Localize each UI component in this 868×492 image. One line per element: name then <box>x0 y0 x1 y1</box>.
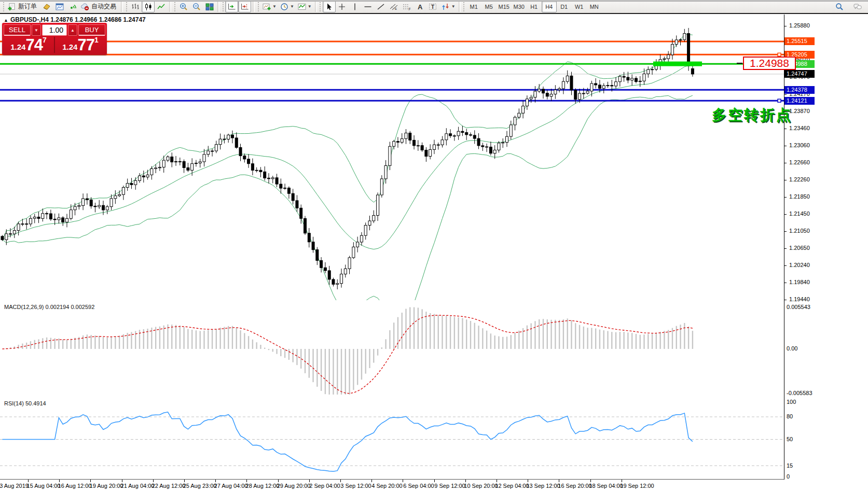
price-axis-tick-mark <box>784 231 787 232</box>
toolbar-grip[interactable] <box>463 2 465 12</box>
indicators-button[interactable]: ▼ <box>260 1 278 12</box>
one-click-trading-panel: SELL ▼ 1.00 ▲ BUY 1.24747 1.24771 <box>2 23 107 55</box>
timeframe-M5[interactable]: M5 <box>481 1 497 12</box>
text-t-icon: T <box>428 3 437 11</box>
toolbar-grip[interactable] <box>125 2 128 12</box>
macd-axis-label: -0.005583 <box>787 390 812 396</box>
toolbar-grip[interactable] <box>222 2 224 12</box>
time-axis-tick-mark <box>309 480 310 482</box>
autotrading-button[interactable]: 自动交易 <box>79 1 119 12</box>
time-axis-tick-mark <box>153 480 154 482</box>
dropdown-arrow-icon: ▼ <box>308 4 312 9</box>
volume-down-button[interactable]: ▼ <box>32 24 41 36</box>
main-chart-canvas[interactable] <box>0 15 784 300</box>
chat-icon <box>853 3 862 11</box>
macd-indicator-label: MACD(12,26,9) 0.002194 0.002592 <box>4 304 94 310</box>
timeframe-M15[interactable]: M15 <box>497 1 512 12</box>
zoom-out-icon <box>192 3 201 11</box>
time-axis-label: 16 Sep 20:00 <box>558 483 591 489</box>
eraser-button[interactable] <box>40 1 53 12</box>
toolbar-separator <box>121 1 123 12</box>
zoom-in-button[interactable] <box>177 1 190 12</box>
new-order-button[interactable]: 新订单 <box>6 1 40 12</box>
text-button[interactable]: A <box>414 1 426 12</box>
buy-price[interactable]: 1.24771 <box>56 37 105 53</box>
data-window-button[interactable] <box>53 1 66 12</box>
buy-button[interactable]: BUY <box>78 24 105 36</box>
price-axis-tick-label: 1.21850 <box>789 193 810 200</box>
zoom-out-button[interactable] <box>190 1 203 12</box>
time-axis-tick-mark <box>497 480 497 482</box>
toolbar-grip[interactable] <box>2 2 5 12</box>
price-axis-tick-label: 1.19840 <box>789 279 810 285</box>
macd-axis-label: 0.00 <box>787 345 797 352</box>
label-button[interactable]: T <box>426 1 439 12</box>
sell-button[interactable]: SELL <box>4 24 31 36</box>
collapse-arrow-icon[interactable]: ▲ <box>4 18 8 23</box>
price-axis-tick-mark <box>784 163 787 163</box>
tile-windows-button[interactable] <box>203 1 216 12</box>
timeframe-W1[interactable]: W1 <box>572 1 587 12</box>
price-annotation-box[interactable]: 1.24988 <box>743 57 796 70</box>
rsi-indicator-label: RSI(14) 50.4914 <box>4 400 46 406</box>
rsi-axis-label: 15 <box>787 462 793 469</box>
cursor-button[interactable] <box>323 1 336 12</box>
timeframe-MN[interactable]: MN <box>587 1 602 12</box>
crosshair-button[interactable] <box>336 1 349 12</box>
macd-pane-canvas[interactable] <box>0 302 784 397</box>
time-axis-label: 10 Sep 20:00 <box>464 483 498 489</box>
search-button[interactable] <box>833 1 846 12</box>
vertical-line-button[interactable] <box>349 1 362 12</box>
pane-separator[interactable] <box>0 0 868 2</box>
candles-icon <box>144 3 153 11</box>
time-axis-label: 28 Aug 12:00 <box>246 483 280 489</box>
crosshair-icon <box>337 3 347 11</box>
toolbar-grip[interactable] <box>173 2 176 12</box>
chart-title: ▲GBPUSD-,H4 1.24876 1.24966 1.24686 1.24… <box>4 16 146 23</box>
rsi-pane-canvas[interactable] <box>0 399 784 479</box>
support-line-upper-price-tag: 1.24378 <box>784 86 815 94</box>
chart-shift-button[interactable] <box>238 1 251 12</box>
line-chart-button[interactable] <box>155 1 168 12</box>
price-axis-tick-mark <box>784 265 787 266</box>
price-axis-tick-label: 1.22260 <box>789 176 810 182</box>
timeframe-M1[interactable]: M1 <box>466 1 481 12</box>
price-axis-tick-mark <box>784 248 787 249</box>
volume-input[interactable]: 1.00 <box>42 24 67 36</box>
arrows-button[interactable]: ▼ <box>439 1 457 12</box>
rsi-axis-label: 100 <box>787 399 796 405</box>
channel-button[interactable]: E <box>388 1 401 12</box>
timeframe-H4[interactable]: H4 <box>542 1 557 12</box>
time-axis-tick-mark <box>622 480 622 482</box>
auto-scroll-button[interactable] <box>225 1 238 12</box>
hline-icon <box>363 3 373 11</box>
fibonacci-button[interactable]: F <box>401 1 414 12</box>
time-axis-label: 29 Aug 20:00 <box>277 483 311 489</box>
chat-button[interactable] <box>851 1 864 12</box>
time-axis-tick-mark <box>559 480 559 482</box>
turning-point-annotation[interactable]: 多空转折点 <box>712 105 792 125</box>
channel-icon: E <box>389 3 398 11</box>
trendline-button[interactable] <box>375 1 388 12</box>
sell-price[interactable]: 1.24747 <box>4 37 53 53</box>
timeframe-D1[interactable]: D1 <box>557 1 572 12</box>
time-axis-tick-mark <box>434 480 435 482</box>
toolbar-grip[interactable] <box>319 2 322 12</box>
price-axis-tick-label: 1.20240 <box>789 262 810 268</box>
volume-up-button[interactable]: ▲ <box>68 24 77 36</box>
timeframe-H1[interactable]: H1 <box>527 1 542 12</box>
template-icon <box>297 3 307 11</box>
macd-axis-label: 0.005543 <box>787 304 810 310</box>
time-axis-label: 16 Aug 12:00 <box>58 483 92 489</box>
toolbar-grip[interactable] <box>257 2 259 12</box>
time-axis-tick-mark <box>590 480 591 482</box>
bid-price-line-price-tag: 1.24747 <box>784 70 815 78</box>
bar-chart-button[interactable] <box>129 1 142 12</box>
templates-button[interactable]: ▼ <box>296 1 313 12</box>
periods-button[interactable]: ▼ <box>278 1 296 12</box>
signals-button[interactable] <box>66 1 79 12</box>
eraser-icon <box>42 3 51 11</box>
candlestick-chart-button[interactable] <box>142 1 155 12</box>
timeframe-M30[interactable]: M30 <box>512 1 527 12</box>
horizontal-line-button[interactable] <box>362 1 375 12</box>
